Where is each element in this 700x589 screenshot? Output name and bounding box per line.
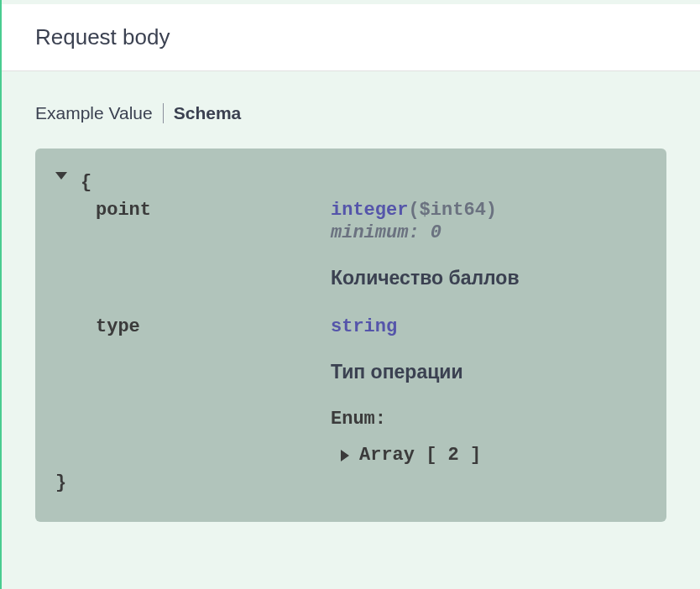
type-string: string <box>331 316 397 337</box>
request-body-content: Example Value Schema { point integer($in… <box>2 71 700 554</box>
collapse-toggle[interactable] <box>55 172 74 180</box>
schema-open-row: { <box>55 172 646 193</box>
type-format-int64: ($int64) <box>408 200 497 221</box>
property-name-point: point <box>96 200 331 221</box>
chevron-right-icon <box>341 450 349 461</box>
tab-divider <box>163 103 164 123</box>
open-brace: { <box>81 172 91 193</box>
property-type-line: string <box>331 316 646 337</box>
property-details-point: integer($int64) minimum: 0 Количество ба… <box>331 200 646 310</box>
chevron-down-icon <box>55 172 67 180</box>
property-type: type string Тип операции Enum: Array [ 2… <box>96 316 646 466</box>
description-point: Количество баллов <box>331 267 646 289</box>
schema-tabs: Example Value Schema <box>35 103 666 123</box>
property-details-type: string Тип операции Enum: Array [ 2 ] <box>331 316 646 466</box>
schema-container: { point integer($int64) minimum: 0 Колич… <box>35 149 666 522</box>
type-integer: integer <box>331 200 408 221</box>
request-body-header: Request body <box>2 4 700 71</box>
enum-array-text: Array [ 2 ] <box>359 445 481 466</box>
request-body-panel: Request body Example Value Schema { poin… <box>0 0 700 589</box>
tab-example-value[interactable]: Example Value <box>35 103 153 123</box>
close-brace: } <box>55 472 646 493</box>
constraint-minimum: minimum: 0 <box>331 222 646 243</box>
property-type-line: integer($int64) <box>331 200 646 221</box>
enum-label: Enum: <box>331 409 646 430</box>
enum-array-toggle[interactable]: Array [ 2 ] <box>331 445 646 466</box>
property-point: point integer($int64) minimum: 0 Количес… <box>96 200 646 310</box>
description-type: Тип операции <box>331 361 646 383</box>
schema-properties: point integer($int64) minimum: 0 Количес… <box>55 200 646 466</box>
tab-schema[interactable]: Schema <box>174 103 242 123</box>
section-title: Request body <box>35 24 666 50</box>
property-name-type: type <box>96 316 331 337</box>
